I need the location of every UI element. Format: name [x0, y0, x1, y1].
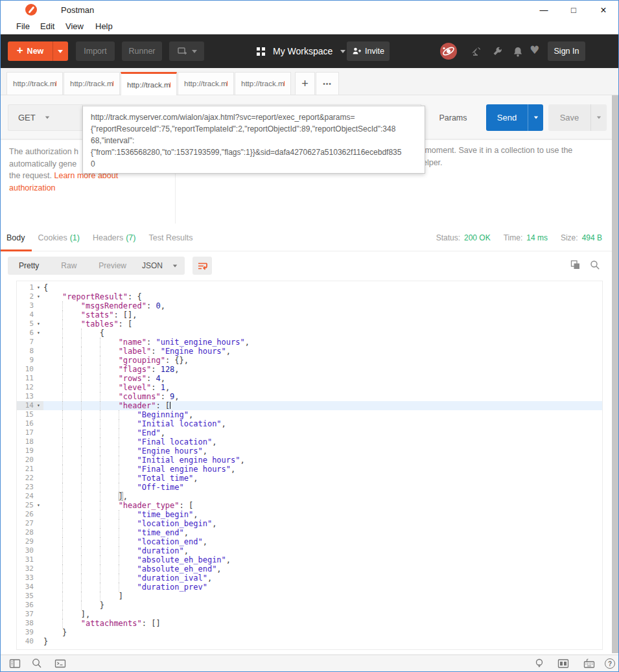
- params-button[interactable]: Params: [425, 104, 482, 131]
- fold-toggle-icon[interactable]: ▾: [34, 283, 43, 292]
- title-bar: Postman — □ ×: [0, 0, 619, 19]
- status-label: Status:: [436, 233, 460, 242]
- url-tooltip: http://track.myserver.com/wialon/ajax.ht…: [82, 106, 425, 174]
- fold-gutter: [34, 428, 43, 437]
- code-line: 4 "stats": [],: [17, 310, 602, 319]
- fold-gutter: [34, 583, 43, 592]
- code-text: "Final engine hours",: [43, 465, 602, 474]
- lightbulb-icon[interactable]: [533, 658, 545, 669]
- code-text: "absolute_eh_end",: [43, 564, 602, 574]
- copy-response-button[interactable]: [570, 260, 581, 270]
- send-button[interactable]: Send: [486, 104, 543, 131]
- interceptor-icon[interactable]: [439, 42, 458, 60]
- tooltip-line: http://track.myserver.com/wialon/ajax.ht…: [91, 111, 417, 123]
- menu-help[interactable]: Help: [95, 21, 113, 31]
- copy-icon: [570, 260, 581, 270]
- minimize-button[interactable]: —: [529, 1, 559, 19]
- menu-view[interactable]: View: [65, 21, 84, 31]
- line-number: 31: [17, 555, 34, 564]
- new-dropdown[interactable]: [53, 41, 68, 61]
- request-tab-strip: http://track.m http://track.m http://tra…: [0, 68, 619, 95]
- line-number: 7: [17, 338, 34, 347]
- bell-icon[interactable]: [512, 46, 524, 58]
- fold-toggle-icon[interactable]: ▾: [34, 329, 43, 338]
- satellite-icon[interactable]: [470, 46, 482, 58]
- code-text: }: [43, 628, 602, 637]
- fold-gutter: [34, 410, 43, 419]
- runner-button[interactable]: Runner: [122, 41, 162, 61]
- line-number: 14: [17, 401, 34, 410]
- open-new-button[interactable]: [169, 41, 204, 61]
- keyboard-shortcuts-icon[interactable]: [583, 658, 595, 669]
- invite-button[interactable]: Invite: [347, 41, 390, 61]
- save-button[interactable]: Save: [548, 104, 607, 131]
- two-pane-layout-icon[interactable]: [557, 658, 569, 669]
- tab-test-results[interactable]: Test Results: [142, 224, 199, 251]
- response-body-editor[interactable]: 1▾{2▾ "reportResult": {3 "msgsRendered":…: [16, 281, 603, 650]
- code-text: "rows": 4,: [43, 374, 602, 383]
- request-tab[interactable]: http://track.m: [178, 72, 234, 95]
- request-tab[interactable]: http://track.m: [235, 72, 291, 95]
- workspace-name: My Workspace: [273, 46, 333, 56]
- view-raw[interactable]: Raw: [50, 257, 88, 275]
- request-tab-active[interactable]: http://track.m: [121, 72, 177, 96]
- authorization-link[interactable]: authorization: [9, 182, 171, 194]
- code-line: 35 ]: [17, 592, 602, 601]
- close-button[interactable]: ×: [589, 1, 618, 19]
- menu-file[interactable]: File: [16, 21, 30, 31]
- code-text: "Off-time": [43, 483, 602, 492]
- line-number: 24: [17, 492, 34, 501]
- request-tab[interactable]: http://track.m: [6, 72, 63, 95]
- tab-label: Cookies: [38, 233, 67, 242]
- tab-options-button[interactable]: •••: [316, 72, 339, 95]
- fold-toggle-icon[interactable]: ▾: [34, 319, 43, 329]
- line-number: 27: [17, 519, 34, 528]
- new-tab-button[interactable]: +: [295, 72, 315, 95]
- wrap-lines-button[interactable]: [193, 257, 212, 275]
- format-selector[interactable]: JSON: [135, 257, 185, 275]
- new-button[interactable]: +New: [8, 41, 68, 61]
- heart-icon[interactable]: ♥: [530, 43, 539, 56]
- fold-gutter: [34, 528, 43, 537]
- line-number: 36: [17, 601, 34, 610]
- code-line: 17 "End",: [17, 428, 602, 437]
- postman-logo-icon: [25, 4, 37, 16]
- fold-gutter: [34, 592, 43, 601]
- maximize-button[interactable]: □: [559, 1, 589, 19]
- workspace-switcher[interactable]: My Workspace: [257, 41, 345, 61]
- code-line: 1▾{: [17, 283, 602, 292]
- fold-toggle-icon[interactable]: ▾: [34, 501, 43, 510]
- code-text: "reportResult": {: [43, 292, 602, 301]
- wrench-icon[interactable]: [491, 46, 503, 58]
- fold-toggle-icon[interactable]: ▾: [34, 401, 43, 410]
- code-text: "time_end",: [43, 528, 602, 537]
- toggle-sidebar-icon[interactable]: [9, 658, 21, 669]
- window-controls: — □ ×: [529, 1, 618, 19]
- code-line: 14▾ "header": [: [17, 401, 602, 410]
- send-dropdown[interactable]: [528, 104, 543, 131]
- view-preview[interactable]: Preview: [88, 257, 137, 275]
- line-number: 10: [17, 365, 34, 374]
- line-number: 23: [17, 483, 34, 492]
- console-icon[interactable]: [54, 658, 66, 669]
- menu-edit[interactable]: Edit: [40, 21, 54, 31]
- fold-gutter: [34, 546, 43, 555]
- method-selector[interactable]: GET: [8, 104, 82, 131]
- tab-headers[interactable]: Headers (7): [86, 224, 143, 251]
- sign-in-button[interactable]: Sign In: [548, 41, 585, 61]
- code-text: "stats": [],: [43, 310, 602, 319]
- view-pretty[interactable]: Pretty: [8, 257, 50, 275]
- code-text: "grouping": {},: [43, 356, 602, 365]
- save-dropdown[interactable]: [590, 104, 607, 131]
- tab-body[interactable]: Body: [0, 224, 32, 251]
- import-button[interactable]: Import: [76, 41, 115, 61]
- vertical-scrollbar[interactable]: [612, 95, 619, 653]
- tab-cookies[interactable]: Cookies (1): [32, 224, 86, 251]
- help-icon[interactable]: ?: [605, 658, 615, 669]
- code-line: 3 "msgsRendered": 0,: [17, 301, 602, 310]
- fold-toggle-icon[interactable]: ▾: [34, 292, 43, 301]
- search-icon[interactable]: [31, 658, 43, 669]
- request-tab[interactable]: http://track.m: [64, 72, 120, 95]
- search-response-button[interactable]: [590, 260, 600, 270]
- line-number: 11: [17, 374, 34, 383]
